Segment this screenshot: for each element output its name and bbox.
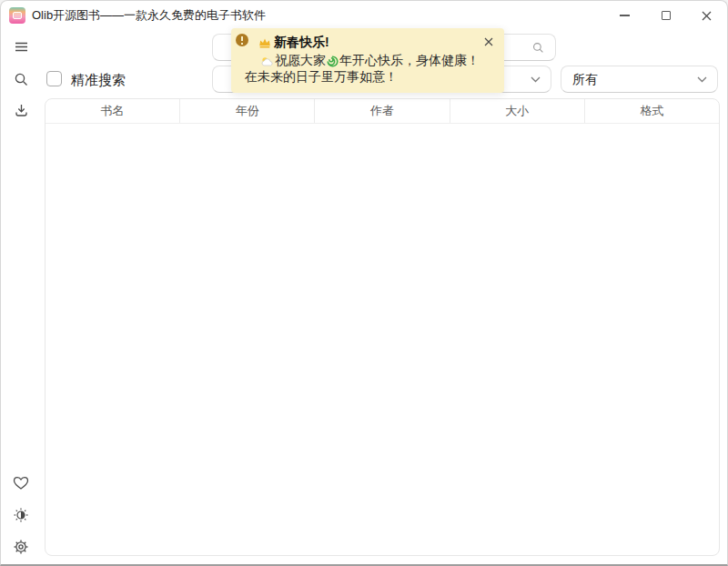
app-window: Olib开源图书——一款永久免费的电子书软件 — [0, 0, 728, 566]
chevron-down-icon — [531, 76, 541, 83]
titlebar: Olib开源图书——一款永久免费的电子书软件 — [1, 1, 727, 30]
theme-icon — [13, 507, 29, 523]
settings-button[interactable] — [10, 536, 32, 558]
book-glyph — [13, 12, 22, 19]
search-icon — [14, 72, 29, 87]
favorites-button[interactable] — [10, 472, 32, 494]
download-button[interactable] — [10, 99, 32, 121]
toast-text-suffix: 年开心快乐，身体健康！ — [339, 53, 480, 69]
alert-icon — [236, 34, 248, 46]
download-icon — [14, 103, 29, 118]
column-header-author[interactable]: 作者 — [315, 99, 450, 123]
toast-message-line2: 在未来的日子里万事如意！ — [245, 69, 398, 86]
column-header-year[interactable]: 年份 — [180, 99, 315, 123]
close-icon — [484, 37, 493, 46]
menu-button[interactable] — [10, 35, 32, 57]
format-select-value: 所有 — [572, 72, 598, 88]
close-button[interactable] — [686, 1, 727, 30]
maximize-button[interactable] — [645, 1, 686, 30]
book-table: 书名 年份 作者 大小 格式 — [45, 98, 720, 556]
minimize-button[interactable] — [604, 1, 645, 30]
maximize-icon — [662, 11, 671, 20]
table-header-row: 书名 年份 作者 大小 格式 — [46, 99, 719, 124]
format-select[interactable]: 所有 — [561, 66, 718, 93]
close-icon — [702, 11, 712, 21]
new-year-toast: 新春快乐! 祝愿大家 年开心快乐，身体健康！ 在未来的日子里万事如意！ — [231, 28, 504, 93]
theme-toggle-button[interactable] — [10, 504, 32, 526]
toast-message-line1: 祝愿大家 年开心快乐，身体健康！ — [261, 53, 480, 69]
crown-icon — [258, 37, 271, 48]
column-header-title[interactable]: 书名 — [46, 99, 180, 123]
window-title: Olib开源图书——一款永久免费的电子书软件 — [32, 7, 266, 24]
column-header-format[interactable]: 格式 — [585, 99, 719, 123]
column-header-size[interactable]: 大小 — [450, 99, 585, 123]
search-input-icon — [532, 42, 544, 54]
chevron-down-icon — [697, 76, 707, 83]
window-controls — [604, 1, 727, 30]
toast-text-prefix: 祝愿大家 — [275, 53, 326, 69]
snake-icon — [327, 56, 339, 67]
menu-icon — [14, 39, 29, 55]
sidebar-search-button[interactable] — [10, 68, 32, 90]
app-logo-icon — [9, 7, 25, 24]
toast-title: 新春快乐! — [274, 35, 329, 51]
minimize-icon — [620, 15, 630, 15]
toast-close-button[interactable] — [482, 35, 495, 48]
precise-search-label: 精准搜索 — [71, 72, 126, 89]
gear-icon — [13, 539, 29, 555]
cloud-icon — [261, 56, 274, 66]
precise-search-checkbox[interactable] — [46, 71, 62, 86]
heart-icon — [13, 476, 29, 490]
